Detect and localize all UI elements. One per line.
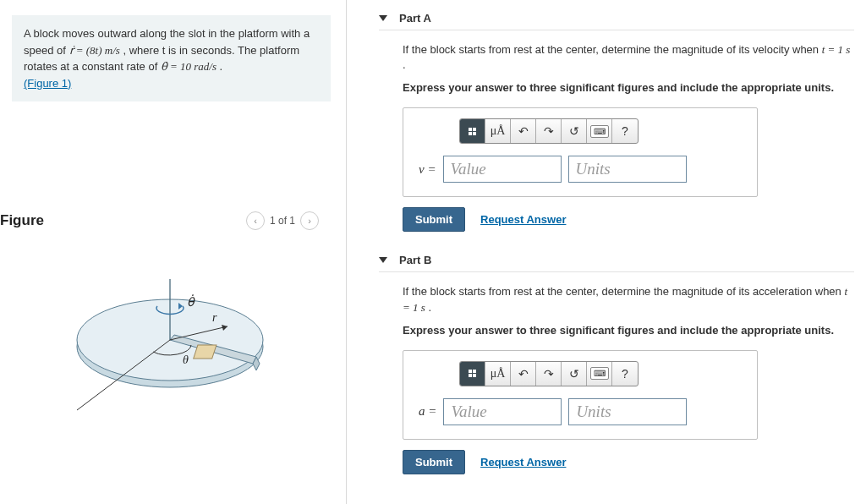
instructions: Express your answer to three significant… xyxy=(403,324,854,337)
pager-prev-button[interactable]: ‹ xyxy=(246,211,265,230)
actions-row: Submit Request Answer xyxy=(403,450,854,474)
reset-button[interactable]: ↺ xyxy=(562,362,587,386)
part-body: If the block starts from rest at the cen… xyxy=(379,284,854,474)
part-b: Part B If the block starts from rest at … xyxy=(379,254,854,474)
figure-header: Figure ‹ 1 of 1 › xyxy=(0,211,331,230)
left-column: A block moves outward along the slot in … xyxy=(0,0,347,504)
redo-button[interactable]: ↷ xyxy=(536,362,562,386)
part-a: Part A If the block starts from rest at … xyxy=(379,12,854,232)
reset-button[interactable]: ↺ xyxy=(562,119,587,143)
answer-frame: μÅ ↶ ↷ ↺ ⌨ ? v = Value Units xyxy=(403,107,758,197)
answer-frame: μÅ ↶ ↷ ↺ ⌨ ? a = Value Units xyxy=(403,350,758,440)
help-button[interactable]: ? xyxy=(612,119,638,143)
part-body: If the block starts from rest at the cen… xyxy=(379,42,854,232)
part-header[interactable]: Part B xyxy=(379,254,854,272)
units-input[interactable]: Units xyxy=(568,398,687,425)
help-button[interactable]: ? xyxy=(612,362,638,386)
prompt-eq: t = 1 s xyxy=(822,43,851,56)
value-input[interactable]: Value xyxy=(443,398,562,425)
prompt-text: If the block starts from rest at the cen… xyxy=(403,284,854,315)
variable-label: a = xyxy=(419,404,436,419)
variable-label: v = xyxy=(419,162,436,177)
pager-label: 1 of 1 xyxy=(270,215,295,227)
label-r: r xyxy=(212,311,217,324)
prompt-text: If the block starts from rest at the cen… xyxy=(403,42,854,73)
special-chars-button[interactable]: μÅ xyxy=(485,362,511,386)
units-input[interactable]: Units xyxy=(568,156,687,183)
figure-pager: ‹ 1 of 1 › xyxy=(246,211,319,230)
input-row: v = Value Units xyxy=(419,156,742,183)
equation-thetadot: θ̇ = 10 rad/s xyxy=(161,60,216,73)
input-row: a = Value Units xyxy=(419,398,742,425)
request-answer-link[interactable]: Request Answer xyxy=(480,456,566,468)
undo-button[interactable]: ↶ xyxy=(511,119,536,143)
svg-rect-2 xyxy=(193,345,216,359)
actions-row: Submit Request Answer xyxy=(403,207,854,232)
collapse-icon[interactable] xyxy=(379,257,387,263)
part-title: Part B xyxy=(399,254,431,266)
right-column: Part A If the block starts from rest at … xyxy=(347,0,866,504)
label-theta: θ xyxy=(183,353,189,366)
pager-next-button[interactable]: › xyxy=(300,211,319,230)
submit-button[interactable]: Submit xyxy=(403,450,465,474)
figure-canvas: θ̇ r θ xyxy=(0,254,331,423)
keyboard-icon: ⌨ xyxy=(590,125,609,138)
special-chars-button[interactable]: μÅ xyxy=(485,119,511,143)
equation-rdot: ṙ = (8t) m/s xyxy=(69,44,120,57)
instructions: Express your answer to three significant… xyxy=(403,81,854,94)
submit-button[interactable]: Submit xyxy=(403,207,465,232)
problem-text: . xyxy=(220,60,223,73)
label-thetadot: θ̇ xyxy=(187,294,195,309)
templates-button[interactable] xyxy=(460,119,485,143)
keyboard-button[interactable]: ⌨ xyxy=(587,119,612,143)
keyboard-button[interactable]: ⌨ xyxy=(587,362,612,386)
templates-button[interactable] xyxy=(460,362,485,386)
undo-button[interactable]: ↶ xyxy=(511,362,536,386)
redo-button[interactable]: ↷ xyxy=(536,119,562,143)
problem-statement: A block moves outward along the slot in … xyxy=(12,15,331,101)
format-toolbar: μÅ ↶ ↷ ↺ ⌨ ? xyxy=(459,361,639,386)
collapse-icon[interactable] xyxy=(379,15,387,21)
figure-title: Figure xyxy=(0,212,44,229)
value-input[interactable]: Value xyxy=(443,156,562,183)
request-answer-link[interactable]: Request Answer xyxy=(480,213,566,226)
figure-link[interactable]: (Figure 1) xyxy=(24,77,71,90)
figure-diagram: θ̇ r θ xyxy=(43,254,288,423)
format-toolbar: μÅ ↶ ↷ ↺ ⌨ ? xyxy=(459,118,639,144)
part-title: Part A xyxy=(399,12,431,25)
part-header[interactable]: Part A xyxy=(379,12,854,30)
keyboard-icon: ⌨ xyxy=(590,367,609,380)
